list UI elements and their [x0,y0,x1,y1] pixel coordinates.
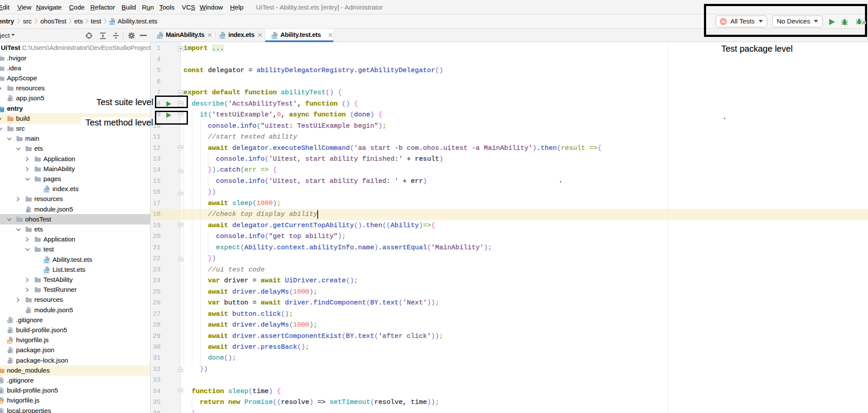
svg-text:JS: JS [721,20,726,24]
